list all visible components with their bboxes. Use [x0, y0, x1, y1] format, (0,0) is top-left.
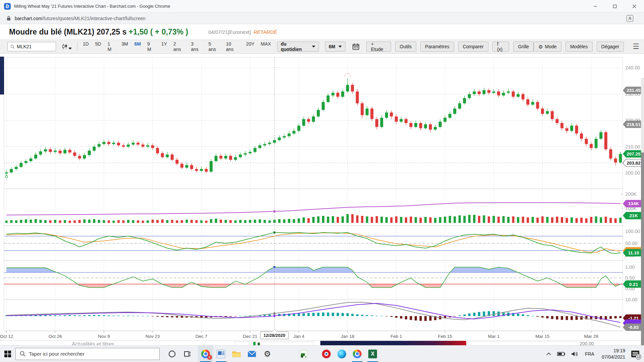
- toolbar-button[interactable]: + Etude: [366, 42, 391, 52]
- page-left-strip: [0, 57, 4, 95]
- document-app-button[interactable]: [213, 346, 229, 362]
- cortana-button[interactable]: [164, 346, 180, 362]
- news-section-label: Actualités et titres: [72, 341, 114, 345]
- timeframe-button[interactable]: 1D: [83, 41, 89, 52]
- farming-app-button[interactable]: [296, 346, 311, 362]
- maximize-icon: [613, 4, 617, 8]
- menu-icon[interactable]: ☰: [633, 42, 639, 51]
- page-scrollbar[interactable]: [641, 78, 644, 362]
- chevron-down-icon: [338, 46, 342, 48]
- edge-icon: [337, 350, 346, 358]
- translate-icon[interactable]: A: [627, 15, 633, 22]
- svg-text:210.00: 210.00: [625, 144, 640, 149]
- news-table-fragment: [235, 342, 314, 345]
- tray-time: 19:19: [602, 348, 625, 354]
- svg-text:Mar 15: Mar 15: [535, 334, 549, 339]
- timeframe-button[interactable]: 2 ans: [173, 41, 184, 52]
- timeframe-button[interactable]: 5 ans: [208, 41, 219, 52]
- settings-button[interactable]: ⚙: [260, 346, 275, 362]
- svg-text:0.21: 0.21: [629, 282, 638, 287]
- tray-expand-button[interactable]: [543, 352, 554, 355]
- search-icon: [20, 351, 25, 357]
- toolbar-button[interactable]: Comparer: [458, 42, 488, 52]
- timeframe-button[interactable]: 3M: [121, 41, 128, 52]
- mode-button[interactable]: ⚙ Mode: [534, 42, 561, 52]
- timeframe-button[interactable]: 10 ans: [226, 41, 240, 52]
- frequency-dropdown[interactable]: du quotidien: [277, 42, 319, 52]
- search-icon: [10, 45, 15, 49]
- timeframe-button[interactable]: MAX: [261, 41, 271, 52]
- mode-button-label: Mode: [545, 44, 557, 49]
- task-view-button[interactable]: [180, 346, 195, 362]
- cortana-icon: [168, 350, 176, 358]
- edge-button[interactable]: [334, 346, 350, 362]
- chart-region: Oct 12Oct 26Nov 9Nov 23Dec 7Dec 21Jan 4J…: [0, 54, 644, 345]
- media-app-button[interactable]: [319, 346, 334, 362]
- windows-logo-icon: [4, 351, 11, 357]
- timeframe-button[interactable]: 9 M: [147, 41, 155, 52]
- svg-text:10.00: 10.00: [625, 297, 637, 302]
- timeframe-button[interactable]: 1 M: [107, 41, 115, 52]
- url-text[interactable]: barchart.com/futures/quotes/MLK21/intera…: [15, 16, 146, 21]
- symbol-search-box[interactable]: [7, 42, 56, 51]
- window-titlebar: b Milling Wheat May '21 Futures Interact…: [0, 0, 644, 13]
- interactive-chart[interactable]: Oct 12Oct 26Nov 9Nov 23Dec 7Dec 21Jan 4J…: [0, 54, 644, 345]
- taskbar-search-placeholder: Taper ici pour rechercher: [29, 351, 85, 357]
- quote-date: 04/07/21[Euronext]: [208, 29, 251, 35]
- mode-gear-icon: ⚙: [538, 44, 543, 49]
- scrollbar-thumb[interactable]: [641, 153, 644, 362]
- timeframe-button[interactable]: 5D: [95, 41, 101, 52]
- chevron-up-icon: [546, 352, 551, 355]
- svg-text:200.00: 200.00: [625, 170, 640, 176]
- file-explorer-button[interactable]: [229, 346, 244, 362]
- svg-text:231.45: 231.45: [627, 88, 641, 93]
- close-button[interactable]: [625, 0, 644, 13]
- notification-count-badge: 12: [636, 354, 641, 360]
- range-dropdown[interactable]: 6M: [325, 42, 345, 52]
- toolbar-button[interactable]: Outils: [395, 42, 417, 52]
- document-app-icon: [217, 350, 225, 358]
- mail-app-button[interactable]: [244, 346, 260, 362]
- svg-text:Jan 18: Jan 18: [341, 334, 355, 339]
- toolbar-button[interactable]: Paramètres: [420, 42, 454, 52]
- notification-center-button[interactable]: 12: [629, 346, 642, 362]
- timeframe-button[interactable]: 20Y: [246, 41, 255, 52]
- language-indicator[interactable]: FRA: [581, 351, 598, 357]
- timeframe-list: 1D5D1 M3M6M9 M1Y2 ans3 ans5 ans10 ans20Y…: [83, 41, 271, 52]
- timeframe-button[interactable]: 3 ans: [191, 41, 202, 52]
- excel-icon: X: [368, 350, 377, 358]
- svg-text:0.50: 0.50: [625, 275, 635, 281]
- svg-text:Dec 21: Dec 21: [243, 334, 257, 339]
- chrome-button[interactable]: [350, 346, 365, 362]
- volume-indicator[interactable]: [568, 351, 581, 357]
- toolbar-button[interactable]: f (x): [492, 42, 509, 52]
- svg-text:Nov 23: Nov 23: [146, 334, 160, 339]
- symbol-input[interactable]: [17, 44, 50, 49]
- toolbar-button[interactable]: Grille: [513, 42, 534, 52]
- start-button[interactable]: [0, 346, 15, 362]
- tray-date: 07/04/2021: [602, 354, 625, 360]
- svg-text:207.25: 207.25: [627, 152, 641, 157]
- chevron-down-icon: [312, 46, 315, 48]
- svg-text:21K: 21K: [630, 213, 638, 218]
- models-button[interactable]: Modèles: [566, 42, 593, 52]
- quote-header: Moudre du blé (MLK21) 207,25 s +1,50 ( +…: [0, 24, 644, 40]
- clear-button-label: Dégager: [601, 44, 620, 49]
- chart-type-selector[interactable]: [62, 44, 72, 50]
- chrome-app-button-active[interactable]: E: [198, 346, 213, 362]
- svg-text:Feb 1: Feb 1: [390, 334, 402, 339]
- calendar-button[interactable]: [351, 42, 361, 52]
- clock[interactable]: 19:19 07/04/2021: [598, 348, 629, 360]
- maximize-button[interactable]: [605, 0, 625, 13]
- taskbar-search-box[interactable]: Taper ici pour rechercher: [15, 348, 160, 360]
- timeframe-button[interactable]: 6M: [135, 41, 141, 52]
- battery-indicator[interactable]: [554, 352, 568, 356]
- timeframe-button[interactable]: 1Y: [161, 41, 167, 52]
- minimize-button[interactable]: [586, 0, 605, 13]
- clear-button[interactable]: Dégager: [597, 42, 624, 52]
- excel-button[interactable]: X: [365, 346, 380, 362]
- url-bar[interactable]: barchart.com/futures/quotes/MLK21/intera…: [0, 13, 644, 24]
- gear-icon: ⚙: [264, 350, 271, 358]
- folder-icon: [232, 350, 241, 358]
- toolbar-button-group: + EtudeOutilsParamètresComparerf (x)Gril…: [366, 42, 534, 52]
